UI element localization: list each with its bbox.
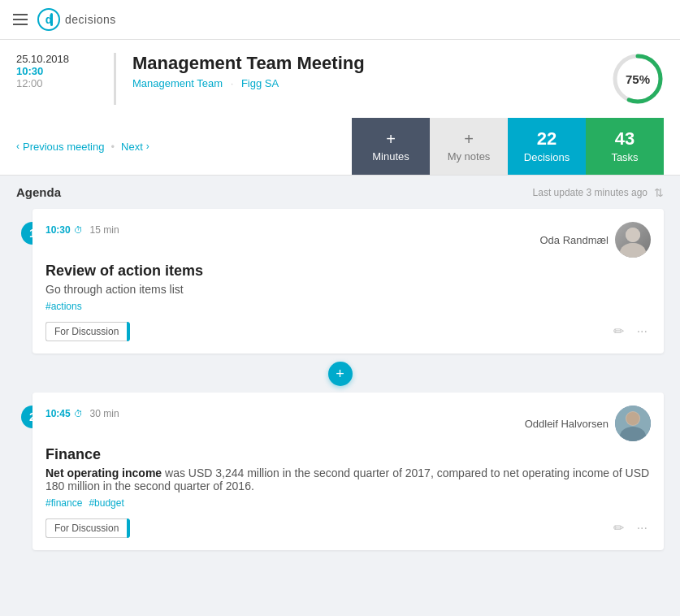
clock-icon-1: ⏱	[74, 225, 83, 235]
agenda-item-2-duration: 30 min	[90, 408, 119, 419]
discussion-bar-1	[127, 322, 130, 341]
hamburger-menu[interactable]	[13, 14, 28, 25]
more-button-1[interactable]: ···	[634, 321, 651, 342]
decisions-label: Decisions	[524, 151, 570, 163]
meeting-subtitle: Management Team · Figg SA	[132, 77, 599, 89]
meeting-team: Management Team	[132, 77, 223, 89]
tag-actions: #actions	[45, 301, 82, 312]
discussion-badge-2: For Discussion	[45, 518, 130, 538]
progress-label: 75%	[626, 72, 650, 86]
tag-budget: #budget	[89, 497, 123, 509]
agenda-item-1-body: Review of action items Go through action…	[45, 262, 651, 342]
meeting-date: 25.10.2018	[16, 53, 97, 65]
meeting-info: Management Team Meeting Management Team …	[132, 53, 599, 89]
minutes-label: Minutes	[372, 150, 409, 163]
agenda-item-2-time-row: 10:45 ⏱ 30 min	[45, 406, 119, 420]
agenda-title: Agenda	[16, 185, 61, 199]
add-item-row: +	[16, 355, 664, 393]
time-divider	[114, 53, 116, 105]
sort-icon[interactable]: ⇅	[654, 186, 664, 199]
meeting-time-end: 12:00	[16, 77, 97, 89]
assignee-1-name: Oda Randmæl	[539, 234, 609, 246]
decisions-button[interactable]: 22 Decisions	[508, 118, 586, 175]
prev-chevron: ‹	[16, 141, 19, 152]
logo-text: decisions	[65, 13, 116, 26]
agenda-item-2-desc: Net operating income was USD 3,244 milli…	[45, 466, 651, 492]
agenda-item-1-duration: 15 min	[90, 224, 119, 236]
add-agenda-item-button[interactable]: +	[328, 362, 353, 386]
discussion-bar-2	[127, 518, 130, 538]
agenda-item-1-desc: Go through action items list	[45, 283, 651, 296]
decisions-count: 22	[537, 130, 557, 148]
edit-button-1[interactable]: ✏	[610, 320, 627, 342]
progress-circle: 75%	[612, 53, 664, 105]
meeting-nav: ‹ Previous meeting • Next › + Minutes + …	[16, 111, 664, 175]
agenda-card-1: 10:30 ⏱ 15 min Oda Randmæl	[32, 209, 664, 354]
assignee-1-avatar	[615, 222, 651, 258]
card-actions-1: ✏ ···	[610, 320, 651, 342]
more-button-2[interactable]: ···	[634, 518, 651, 539]
agenda-section: Agenda Last update 3 minutes ago ⇅ 1 10:…	[0, 176, 680, 562]
meeting-time-start: 10:30	[16, 65, 97, 77]
discussion-label-2: For Discussion	[45, 518, 127, 538]
tasks-label: Tasks	[611, 151, 638, 163]
logo-icon: d	[37, 8, 60, 31]
next-meeting-link[interactable]: Next	[121, 141, 143, 153]
agenda-item-2-body: Finance Net operating income was USD 3,2…	[45, 446, 651, 539]
agenda-meta: Last update 3 minutes ago ⇅	[533, 186, 664, 199]
agenda-item-2-assignee: Oddleif Halvorsen	[525, 406, 651, 441]
top-navigation: d decisions	[0, 0, 680, 40]
subtitle-dot: ·	[231, 77, 236, 89]
svg-point-5	[620, 243, 646, 258]
meeting-title: Management Team Meeting	[132, 53, 599, 74]
date-time-block: 25.10.2018 10:30 12:00	[16, 53, 97, 89]
agenda-item-1-time-row: 10:30 ⏱ 15 min	[45, 222, 119, 236]
agenda-card-2: 10:45 ⏱ 30 min Oddleif Halvorsen	[32, 393, 664, 550]
agenda-item-1-tags: #actions	[45, 301, 651, 312]
agenda-header: Agenda Last update 3 minutes ago ⇅	[16, 185, 664, 199]
svg-point-4	[626, 228, 640, 242]
minutes-button[interactable]: + Minutes	[352, 118, 430, 175]
tasks-button[interactable]: 43 Tasks	[586, 118, 664, 175]
discussion-badge-1: For Discussion	[45, 322, 130, 341]
edit-button-2[interactable]: ✏	[610, 517, 627, 539]
card-actions-2: ✏ ···	[610, 517, 651, 539]
meeting-header: 25.10.2018 10:30 12:00 Management Team M…	[0, 40, 680, 176]
my-notes-button[interactable]: + My notes	[430, 118, 508, 175]
agenda-item-2-discussion-row: For Discussion ✏ ···	[45, 517, 651, 539]
agenda-item-1-time: 10:30	[45, 224, 71, 236]
logo: d decisions	[37, 8, 116, 31]
tasks-count: 43	[615, 130, 635, 148]
assignee-2-avatar	[615, 406, 651, 441]
previous-meeting-link[interactable]: Previous meeting	[23, 141, 104, 153]
agenda-item-1-discussion-row: For Discussion ✏ ···	[45, 320, 651, 342]
meeting-company: Figg SA	[241, 77, 279, 89]
svg-point-9	[626, 412, 639, 425]
agenda-item-2-tags: #finance #budget	[45, 497, 651, 509]
agenda-item-2-time: 10:45	[45, 408, 71, 419]
agenda-item-2-title: Finance	[45, 446, 651, 463]
action-buttons: + Minutes + My notes 22 Decisions 43 Tas…	[352, 118, 664, 175]
my-notes-label: My notes	[448, 150, 491, 163]
nav-dot: •	[110, 141, 115, 153]
prev-next-nav: ‹ Previous meeting • Next ›	[16, 141, 149, 153]
agenda-item-1-title: Review of action items	[45, 262, 651, 280]
agenda-item-1-assignee: Oda Randmæl	[539, 222, 651, 258]
minutes-plus: +	[386, 131, 396, 147]
next-chevron: ›	[146, 141, 149, 152]
last-update: Last update 3 minutes ago	[533, 187, 648, 198]
my-notes-plus: +	[464, 131, 474, 147]
discussion-label-1: For Discussion	[45, 322, 127, 341]
desc-bold: Net operating income	[45, 466, 162, 479]
clock-icon-2: ⏱	[74, 409, 83, 419]
tag-finance: #finance	[45, 497, 82, 509]
assignee-2-name: Oddleif Halvorsen	[525, 418, 609, 430]
